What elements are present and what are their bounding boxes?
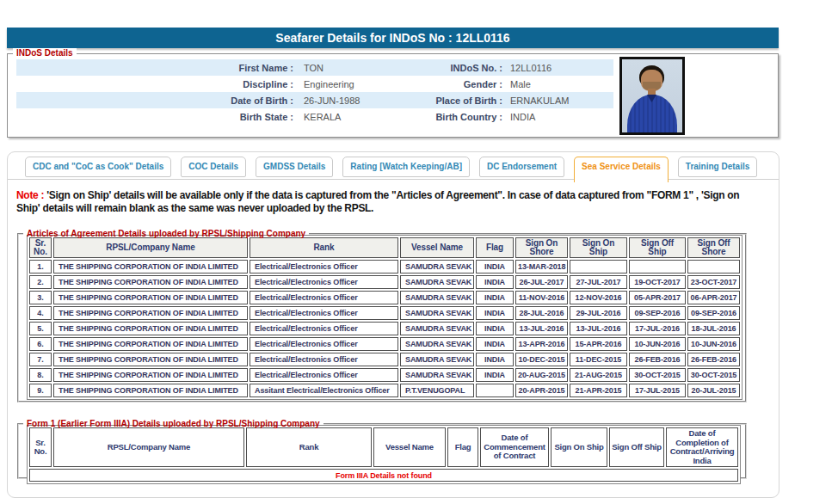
field-label: Birth Country : [395, 112, 502, 122]
table-cell: 20-JUL-2015 [687, 384, 740, 397]
table-cell: Electrical/Electronics Officer [250, 291, 398, 304]
table-row: 4.THE SHIPPING CORPORATION OF INDIA LIMI… [29, 306, 740, 320]
table-cell: 3. [29, 291, 52, 304]
tab-cdc-and-coc-as-cook-details[interactable]: CDC and "CoC as Cook" Details [25, 157, 171, 177]
table-cell: 13-JUL-2016 [570, 322, 627, 335]
table-cell: 1. [29, 260, 52, 274]
table-cell: 11-NOV-2016 [515, 291, 568, 304]
table-cell: 26-JUL-2017 [515, 275, 568, 289]
field-label: First Name : [16, 63, 293, 73]
table-cell: 17-JUL-2016 [629, 322, 686, 335]
field-value: Engineering [304, 79, 395, 89]
table-cell: INDIA [476, 368, 514, 382]
table-cell: THE SHIPPING CORPORATION OF INDIA LIMITE… [53, 275, 248, 289]
table-cell: THE SHIPPING CORPORATION OF INDIA LIMITE… [53, 306, 248, 320]
table-cell: THE SHIPPING CORPORATION OF INDIA LIMITE… [53, 384, 248, 397]
table-row: 5.THE SHIPPING CORPORATION OF INDIA LIMI… [29, 322, 740, 335]
note-prefix: Note : [16, 189, 44, 201]
column-header: Vessel Name [373, 427, 446, 467]
column-header: Sign Off Ship [609, 427, 664, 467]
table-cell: 7. [29, 353, 52, 366]
table-cell: 12-NOV-2016 [570, 291, 627, 304]
table-cell: 21-AUG-2015 [570, 368, 627, 382]
column-header: Date of Completion of Contract/Arriving … [666, 427, 738, 467]
table-cell: 09-SEP-2016 [687, 306, 740, 320]
indos-field-row: Date of Birth :26-JUN-1988Place of Birth… [16, 92, 613, 108]
table-cell: 09-SEP-2016 [629, 306, 686, 320]
table-cell: 30-OCT-2015 [629, 368, 686, 382]
table-cell: Electrical/Electronics Officer [250, 353, 398, 366]
table-cell: THE SHIPPING CORPORATION OF INDIA LIMITE… [53, 260, 248, 274]
table-cell: INDIA [476, 306, 514, 320]
field-label: Gender : [395, 79, 502, 89]
table-cell: INDIA [476, 322, 514, 335]
table-cell: Electrical/Electronics Officer [250, 322, 398, 335]
tab-dc-endorsement[interactable]: DC Endorsement [479, 157, 564, 177]
table-cell: THE SHIPPING CORPORATION OF INDIA LIMITE… [53, 337, 248, 351]
tab-sea-service-details[interactable]: Sea Service Details [574, 157, 669, 182]
table-cell: SAMUDRA SEVAK [400, 306, 474, 320]
tab-gmdss-details[interactable]: GMDSS Details [256, 157, 333, 177]
column-header: Sign On Ship [570, 237, 627, 258]
column-header: RPSL/Company Name [53, 427, 244, 467]
field-value: Male [510, 79, 531, 89]
column-header: Rank [250, 237, 398, 258]
column-header: Sign Off Ship [629, 237, 686, 258]
table-cell: INDIA [476, 275, 514, 289]
table-cell: THE SHIPPING CORPORATION OF INDIA LIMITE… [53, 291, 248, 304]
table-cell: SAMUDRA SEVAK [400, 322, 474, 335]
indos-field-row: Discipline :EngineeringGender :Male [16, 76, 613, 92]
table-cell [687, 260, 740, 274]
column-header: Flag [447, 427, 478, 467]
tabs-panel: CDC and "CoC as Cook" DetailsCOC Details… [7, 151, 779, 498]
form1-legend: Form 1 (Earlier Form IIIA) Details uploa… [23, 419, 323, 428]
table-cell: 21-APR-2015 [570, 384, 627, 397]
articles-legend: Articles of Agreement Details uploaded b… [23, 229, 309, 238]
column-header: Rank [246, 427, 372, 467]
page: Seafarer Details for INDoS No : 12LL0116… [0, 0, 838, 504]
note-text: 'Sign on Ship' details will be available… [16, 189, 739, 214]
column-header: Sr. No. [29, 237, 52, 258]
table-cell: 29-JUL-2016 [570, 306, 627, 320]
table-cell: Electrical/Electronics Officer [250, 337, 398, 351]
table-row: 8.THE SHIPPING CORPORATION OF INDIA LIMI… [29, 368, 740, 382]
table-cell: INDIA [476, 353, 514, 366]
table-cell: Electrical/Electronics Officer [250, 275, 398, 289]
page-title: Seafarer Details for INDoS No : 12LL0116 [7, 28, 779, 48]
field-value: 26-JUN-1988 [304, 95, 395, 106]
table-cell: 8. [29, 368, 52, 382]
table-cell: 26-FEB-2016 [687, 353, 740, 366]
table-cell: 17-JUL-2015 [629, 384, 686, 397]
table-cell: INDIA [476, 337, 514, 351]
form1-table: Sr. No.RPSL/Company NameRankVessel NameF… [27, 425, 741, 484]
field-label: Discipline : [16, 79, 293, 89]
table-cell: 10-JUN-2016 [687, 337, 740, 351]
table-row: 3.THE SHIPPING CORPORATION OF INDIA LIMI… [29, 291, 740, 304]
table-cell: INDIA [476, 291, 514, 304]
column-header: Flag [476, 237, 514, 258]
table-row: 6.THE SHIPPING CORPORATION OF INDIA LIMI… [29, 337, 740, 351]
table-cell: 4. [29, 306, 52, 320]
field-label: Date of Birth : [16, 95, 293, 106]
table-row: 7.THE SHIPPING CORPORATION OF INDIA LIMI… [29, 353, 740, 366]
table-cell: 15-APR-2016 [570, 337, 627, 351]
tab-training-details[interactable]: Training Details [678, 157, 757, 177]
tab-rating-watch-keeping-ab[interactable]: Rating [Watch Keeping/AB] [342, 157, 470, 177]
table-cell: Electrical/Electronics Officer [250, 260, 398, 274]
table-cell [629, 260, 686, 274]
tab-coc-details[interactable]: COC Details [181, 157, 246, 177]
table-cell: 13-JUL-2016 [515, 322, 568, 335]
field-label: Birth State : [16, 112, 293, 122]
table-cell: 19-OCT-2017 [629, 275, 686, 289]
table-cell: P.T.VENUGOPAL [400, 384, 474, 397]
table-cell: 06-APR-2017 [687, 291, 740, 304]
note: Note : 'Sign on Ship' details will be av… [16, 189, 763, 215]
table-cell: 11-DEC-2015 [570, 353, 627, 366]
table-cell: 6. [29, 337, 52, 351]
table-cell: 18-JUL-2016 [687, 322, 740, 335]
indos-legend: INDoS Details [13, 48, 77, 58]
table-cell: SAMUDRA SEVAK [400, 368, 474, 382]
column-header: Sign On Shore [515, 237, 568, 258]
field-value: KERALA [304, 112, 395, 122]
table-cell: Electrical/Electronics Officer [250, 368, 398, 382]
